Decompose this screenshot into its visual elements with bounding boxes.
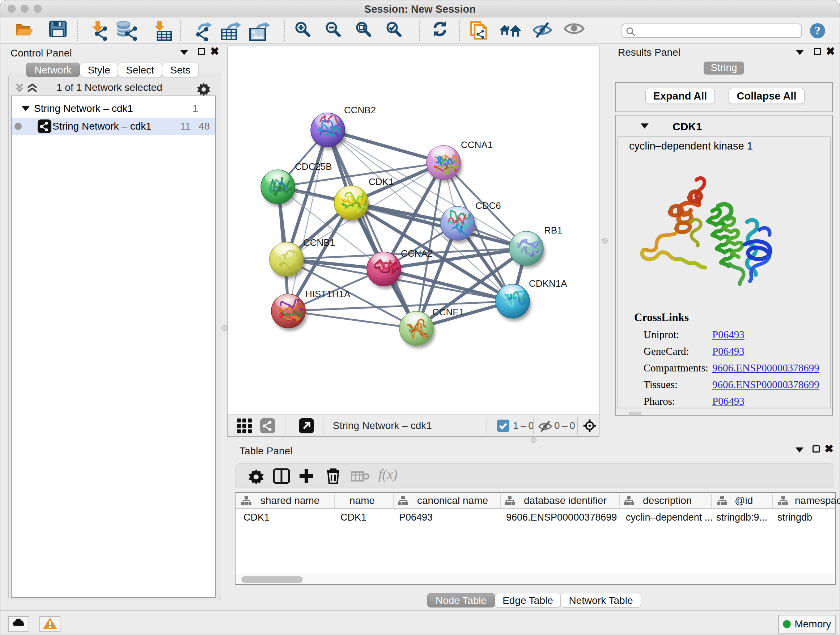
svg-text:CCNB1: CCNB1 (303, 237, 335, 248)
svg-text:HIST1H1A: HIST1H1A (305, 288, 351, 299)
svg-text:CDC25B: CDC25B (295, 161, 332, 172)
svg-text:CCNB2: CCNB2 (344, 105, 376, 116)
svg-text:?: ? (815, 24, 821, 37)
svg-text:CDK1: CDK1 (369, 176, 393, 187)
svg-text:CCNE1: CCNE1 (432, 307, 464, 318)
svg-text:CDC6: CDC6 (475, 200, 501, 211)
svg-text:RB1: RB1 (544, 225, 562, 236)
svg-text:CCNA2: CCNA2 (401, 248, 433, 259)
svg-text:CDKN1A: CDKN1A (529, 278, 567, 289)
svg-text:CCNA1: CCNA1 (461, 139, 493, 150)
